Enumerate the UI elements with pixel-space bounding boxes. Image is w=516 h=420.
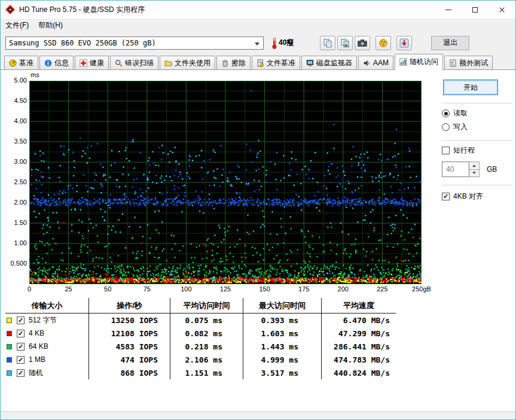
- x-tick-label: 250gB: [412, 285, 431, 293]
- transfer-size-label: 1 MB: [29, 355, 45, 364]
- align-checkbox[interactable]: 4KB 对齐: [442, 191, 514, 202]
- avg-time-value: 0.082 ms: [170, 327, 243, 340]
- drive-selector[interactable]: Samsung SSD 860 EVO 250GB (250 gB): [5, 36, 264, 50]
- avg-time-value: 1.151 ms: [170, 366, 243, 379]
- x-tick-label: 175: [298, 285, 309, 293]
- transfer-size-label: 随机: [29, 368, 43, 378]
- minimize-button[interactable]: [435, 1, 462, 19]
- y-tick-label: 2.00: [4, 199, 27, 206]
- tab-label: 错误扫描: [125, 58, 154, 68]
- file-benchmark-icon: [257, 59, 264, 67]
- tab-info[interactable]: 信息: [39, 56, 74, 69]
- avg-time-value: 2.106 ms: [170, 353, 243, 366]
- stepper-up-icon[interactable]: [469, 162, 479, 170]
- x-tick-label: 25: [65, 285, 72, 293]
- scatter-plot: [29, 81, 422, 284]
- y-tick-label: 5.00: [4, 77, 27, 84]
- capacity-input[interactable]: 40: [442, 162, 469, 177]
- temperature-value: 40癈: [279, 38, 294, 48]
- tab-random-access[interactable]: 随机访问: [395, 54, 443, 70]
- app-icon: [5, 4, 16, 15]
- checkbox-icon: [442, 193, 450, 200]
- x-tick-label: 200: [338, 285, 349, 293]
- maximize-button[interactable]: [462, 1, 488, 19]
- update-check-button[interactable]: [396, 36, 412, 50]
- row-checkbox[interactable]: [17, 343, 25, 351]
- y-tick-label: 4.50: [4, 97, 27, 104]
- short-stroke-checkbox[interactable]: 短行程: [442, 145, 514, 156]
- tab-bar: 基准信息健康错误扫描文件夹使用擦除文件基准磁盘监视器AAM随机访问额外测试: [1, 53, 515, 70]
- legend-swatch: [7, 357, 12, 363]
- options-button[interactable]: [375, 36, 391, 50]
- close-icon: [499, 7, 505, 13]
- exit-button[interactable]: 退出: [431, 36, 469, 50]
- control-panel: 开始 读取 写入 短行程 40 GB: [442, 80, 514, 202]
- row-checkbox[interactable]: [17, 316, 25, 324]
- max-time-value: 1.603 ms: [243, 327, 322, 340]
- iops-value: 868 IOPS: [89, 366, 170, 379]
- y-axis-unit: ms: [30, 71, 39, 78]
- title-bar: HD Tune Pro 5.75 - 硬盘/SSD 实用程序: [1, 1, 515, 19]
- start-button[interactable]: 开始: [443, 80, 498, 95]
- tab-health[interactable]: 健康: [75, 56, 109, 69]
- capacity-stepper[interactable]: [469, 162, 480, 177]
- copy-icon: [323, 38, 332, 48]
- tab-file-benchmark[interactable]: 文件基准: [252, 56, 300, 69]
- tab-label: 基准: [19, 58, 33, 68]
- close-button[interactable]: [488, 1, 515, 19]
- app-window: HD Tune Pro 5.75 - 硬盘/SSD 实用程序 文件(F) 帮助(…: [0, 0, 516, 420]
- read-radio[interactable]: 读取: [442, 108, 514, 118]
- capacity-value: 40: [446, 165, 454, 174]
- write-radio[interactable]: 写入: [442, 122, 514, 132]
- max-time-value: 3.517 ms: [243, 366, 322, 379]
- radio-icon: [442, 109, 450, 117]
- tab-error-scan[interactable]: 错误扫描: [110, 56, 158, 69]
- tab-folder-usage[interactable]: 文件夹使用: [160, 56, 215, 69]
- tab-label: 健康: [90, 58, 104, 68]
- camera-icon: [357, 39, 368, 47]
- menu-help[interactable]: 帮助(H): [33, 19, 68, 32]
- tab-label: 擦除: [231, 58, 246, 68]
- status-bar: [1, 411, 515, 419]
- capacity-unit: GB: [487, 165, 497, 174]
- folder-icon: [164, 59, 172, 67]
- tab-disk-monitor[interactable]: 磁盘监视器: [301, 56, 357, 69]
- stepper-down-icon[interactable]: [469, 170, 479, 177]
- table-header: 最大访问时间: [243, 298, 322, 314]
- row-checkbox[interactable]: [17, 356, 25, 364]
- random-access-chart: ms 5.004.504.003.503.002.502.001.501.000…: [4, 72, 430, 297]
- speed-value: 47.299 MB/s: [322, 327, 396, 340]
- max-time-value: 0.393 ms: [243, 314, 322, 327]
- info-icon: [44, 59, 52, 67]
- palette-icon: [378, 38, 388, 48]
- iops-value: 474 IOPS: [89, 353, 170, 366]
- gauge-icon: [9, 59, 17, 67]
- copy-text-button[interactable]: [320, 36, 335, 50]
- speed-value: 440.824 MB/s: [322, 366, 396, 379]
- copy-image-button[interactable]: [337, 36, 353, 50]
- menu-file[interactable]: 文件(F): [1, 19, 33, 32]
- tab-benchmark[interactable]: 基准: [4, 56, 38, 69]
- y-tick-label: 4.00: [4, 117, 27, 124]
- random-access-icon: [399, 58, 407, 66]
- radio-icon: [442, 123, 450, 131]
- row-checkbox[interactable]: [17, 369, 25, 377]
- iops-value: 13250 IOPS: [89, 314, 170, 327]
- screenshot-button[interactable]: [355, 36, 370, 50]
- y-tick-label: 0.500: [4, 260, 27, 267]
- temperature-icon: [271, 37, 277, 49]
- x-tick-label: 225: [377, 285, 387, 293]
- y-tick-label: 1.50: [4, 219, 27, 226]
- tab-erase[interactable]: 擦除: [216, 56, 251, 69]
- legend-swatch: [7, 344, 12, 349]
- menu-bar: 文件(F) 帮助(H): [1, 19, 515, 32]
- toolbar: Samsung SSD 860 EVO 250GB (250 gB) 40癈 退…: [1, 32, 515, 53]
- tab-extra-tests[interactable]: 额外测试: [444, 56, 493, 69]
- row-checkbox[interactable]: [17, 330, 25, 337]
- chevron-down-icon: [255, 42, 259, 45]
- download-arrow-icon: [399, 38, 409, 48]
- table-header: 平均速度: [322, 298, 396, 314]
- avg-time-value: 0.218 ms: [170, 340, 243, 353]
- tab-aam[interactable]: AAM: [358, 56, 393, 69]
- separator: [442, 185, 512, 185]
